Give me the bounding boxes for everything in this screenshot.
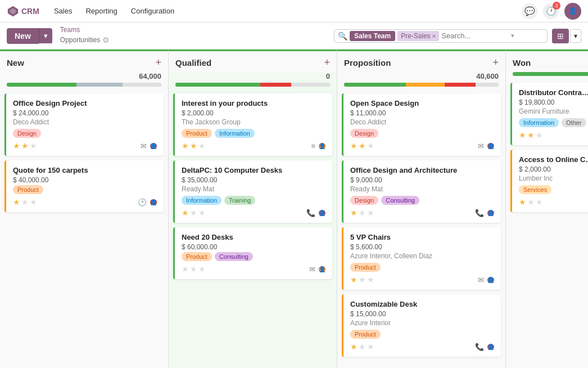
action-icon[interactable]: 📞 bbox=[475, 343, 484, 351]
column-header-proposition: Proposition + bbox=[337, 51, 505, 72]
card-title-c3: Interest in your products bbox=[182, 99, 325, 107]
tag-other[interactable]: Other bbox=[562, 118, 586, 127]
tag-information[interactable]: Information bbox=[182, 196, 221, 205]
card-c9[interactable]: Customizable Desk $ 15,000.00 Azure Inte… bbox=[342, 294, 501, 357]
star-rating[interactable]: ★★★ bbox=[182, 208, 206, 217]
column-qualified: Qualified + 0 Interest in your products … bbox=[169, 50, 337, 368]
cards-won: Distributor Contra… $ 19,800.00 Gemini F… bbox=[506, 80, 588, 368]
card-title-c7: Office Design and Architecture bbox=[350, 166, 494, 174]
tag-design[interactable]: Design bbox=[13, 129, 41, 138]
column-won: Won + Distributor Contra… $ 19,800.00 Ge… bbox=[506, 50, 588, 368]
action-icon[interactable]: ≡ bbox=[311, 142, 315, 150]
kanban-view-btn[interactable]: ⊞ bbox=[552, 29, 569, 43]
card-c4[interactable]: DeltaPC: 10 Computer Desks $ 35,000.00 R… bbox=[173, 160, 332, 223]
card-title-c9: Customizable Desk bbox=[350, 300, 494, 308]
card-actions-c7: 📞 👤 bbox=[475, 209, 494, 217]
card-c6[interactable]: Open Space Design $ 11,000.00 Deco Addic… bbox=[342, 93, 501, 156]
new-btn-dropdown[interactable]: ▾ bbox=[39, 28, 52, 43]
action-icon[interactable]: ✉ bbox=[478, 142, 484, 150]
card-actions-c2: 🕐 👤 bbox=[138, 198, 157, 207]
gear-icon[interactable]: ⚙ bbox=[102, 35, 110, 46]
tag-information[interactable]: Information bbox=[215, 129, 255, 138]
star-3: ★ bbox=[536, 131, 543, 140]
filter-sales-team[interactable]: Sales Team bbox=[350, 31, 395, 41]
star-2: ★ bbox=[359, 342, 366, 351]
action-icon[interactable]: 🕐 bbox=[138, 198, 147, 207]
card-amount-c10: $ 19,800.00 bbox=[519, 98, 588, 106]
card-c10[interactable]: Distributor Contra… $ 19,800.00 Gemini F… bbox=[510, 83, 588, 145]
star-3: ★ bbox=[367, 208, 374, 217]
card-c2[interactable]: Quote for 150 carpets $ 40,000.00 Produc… bbox=[4, 160, 164, 212]
column-add-qualified[interactable]: + bbox=[324, 57, 330, 69]
column-add-proposition[interactable]: + bbox=[492, 57, 499, 69]
star-rating[interactable]: ★★★ bbox=[182, 264, 206, 273]
card-c1[interactable]: Office Design Project $ 24,000.00 Deco A… bbox=[4, 93, 164, 156]
tag-information[interactable]: Information bbox=[519, 118, 559, 127]
chat-icon-btn[interactable]: 💬 bbox=[522, 3, 537, 19]
tag-product[interactable]: Product bbox=[350, 330, 381, 339]
star-rating[interactable]: ★★★ bbox=[182, 141, 206, 150]
filter-presales[interactable]: Pre-Sales × bbox=[397, 31, 439, 41]
user-avatar[interactable]: 👤 bbox=[564, 3, 581, 20]
tag-product[interactable]: Product bbox=[350, 263, 381, 272]
tag-product[interactable]: Product bbox=[182, 129, 212, 138]
star-rating[interactable]: ★★★ bbox=[350, 275, 374, 284]
star-rating[interactable]: ★★★ bbox=[519, 131, 543, 140]
column-proposition: Proposition + 40,600 Open Space Design $… bbox=[337, 50, 506, 368]
search-input[interactable] bbox=[441, 32, 509, 40]
star-rating[interactable]: ★★★ bbox=[13, 141, 37, 150]
nav-configuration[interactable]: Configuration bbox=[125, 5, 180, 17]
star-2: ★ bbox=[527, 198, 535, 207]
filter-presales-remove[interactable]: × bbox=[432, 33, 436, 39]
card-c11[interactable]: Access to Online C… $ 2,000.00 Lumber In… bbox=[510, 150, 588, 212]
card-amount-c11: $ 2,000.00 bbox=[519, 165, 588, 173]
view-dropdown-arrow[interactable]: ▾ bbox=[570, 29, 581, 43]
action-icon[interactable]: 📞 bbox=[306, 209, 315, 217]
card-company-c9: Azure Interior bbox=[350, 319, 494, 327]
tag-training[interactable]: Training bbox=[224, 196, 255, 205]
tag-services[interactable]: Services bbox=[519, 185, 551, 194]
card-c7[interactable]: Office Design and Architecture $ 9,000.0… bbox=[342, 160, 501, 223]
activity-icon-btn[interactable]: 🕐 3 bbox=[543, 3, 559, 19]
card-c8[interactable]: 5 VP Chairs $ 5,600.00 Azure Interior, C… bbox=[342, 227, 501, 290]
star-rating[interactable]: ★★★ bbox=[13, 198, 37, 207]
card-c5[interactable]: Need 20 Desks $ 60,000.00 ProductConsult… bbox=[173, 227, 332, 279]
card-amount-c2: $ 40,000.00 bbox=[13, 176, 157, 184]
tag-design[interactable]: Design bbox=[350, 196, 378, 205]
action-icon[interactable]: ✉ bbox=[141, 142, 147, 150]
nav-sales[interactable]: Sales bbox=[48, 5, 78, 17]
star-2: ★ bbox=[359, 275, 366, 284]
progress-bar-qualified bbox=[175, 83, 330, 87]
nav-right: 💬 🕐 3 👤 bbox=[522, 3, 581, 20]
breadcrumb-parent[interactable]: Teams bbox=[60, 25, 110, 35]
star-3: ★ bbox=[198, 141, 206, 150]
new-button[interactable]: New bbox=[7, 28, 39, 44]
activity-badge: 3 bbox=[553, 2, 560, 10]
crm-logo[interactable]: CRM bbox=[7, 5, 39, 17]
star-1: ★ bbox=[350, 141, 358, 150]
action-icon[interactable]: ✉ bbox=[478, 276, 484, 284]
search-dropdown-arrow[interactable]: ▾ bbox=[511, 32, 514, 39]
tag-consulting[interactable]: Consulting bbox=[381, 196, 419, 205]
tag-consulting[interactable]: Consulting bbox=[215, 252, 253, 261]
column-add-new[interactable]: + bbox=[155, 57, 161, 69]
tag-product[interactable]: Product bbox=[13, 185, 43, 194]
star-2: ★ bbox=[359, 141, 366, 150]
star-3: ★ bbox=[198, 208, 206, 217]
star-1: ★ bbox=[519, 198, 526, 207]
action-icon[interactable]: ✉ bbox=[309, 265, 315, 273]
column-amount-qualified: 0 bbox=[169, 72, 337, 83]
star-rating[interactable]: ★★★ bbox=[350, 342, 374, 351]
star-rating[interactable]: ★★★ bbox=[519, 198, 543, 207]
card-amount-c3: $ 2,000.00 bbox=[182, 109, 325, 117]
action-icon[interactable]: 📞 bbox=[475, 209, 484, 217]
card-c3[interactable]: Interest in your products $ 2,000.00 The… bbox=[173, 93, 332, 156]
star-rating[interactable]: ★★★ bbox=[350, 208, 374, 217]
nav-reporting[interactable]: Reporting bbox=[80, 5, 123, 17]
tag-product[interactable]: Product bbox=[182, 252, 212, 261]
cards-proposition: Open Space Design $ 11,000.00 Deco Addic… bbox=[337, 91, 505, 368]
tag-design[interactable]: Design bbox=[350, 129, 378, 138]
star-rating[interactable]: ★★★ bbox=[350, 141, 374, 150]
star-2: ★ bbox=[190, 208, 197, 217]
card-footer-c4: ★★★ 📞 👤 bbox=[182, 208, 325, 217]
